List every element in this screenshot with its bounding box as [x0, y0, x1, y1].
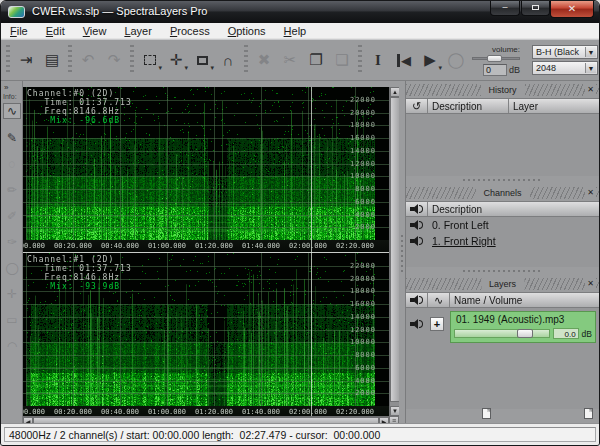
import-button[interactable]: ⇥	[14, 47, 38, 73]
delete-icon: ✖	[258, 51, 271, 69]
layers-name-column[interactable]: Name / Volume	[450, 293, 599, 307]
menu-edit[interactable]: Edit	[37, 24, 74, 38]
time-tick-label: 01:40.000	[239, 408, 283, 416]
fft-window-select[interactable]: B-H (Black▼	[532, 45, 598, 59]
chevron-down-icon[interactable]: ▼	[585, 63, 596, 73]
chevron-down-icon[interactable]: ▼	[585, 47, 596, 57]
channels-panel-title: Channels	[475, 187, 529, 199]
status-text: 48000Hz / 2 channel(s) / start: 00:00.00…	[4, 427, 596, 442]
magnet-tool-button[interactable]: ∩	[216, 47, 240, 73]
channels-panel-titlebar[interactable]: Channels ✕	[406, 187, 599, 199]
brush-tool: ✐	[2, 203, 22, 229]
channel-row-1[interactable]: 1. Front Right	[406, 233, 599, 249]
speaker-icon[interactable]	[410, 236, 424, 246]
history-close-icon[interactable]: ✕	[585, 84, 596, 96]
time-tick-label: 02:00.000	[286, 242, 330, 250]
tool-palette: » Info: ∿✎◌✏✐✑◯✛▭◠	[1, 81, 23, 423]
ellipse-tool: ◯	[2, 255, 22, 281]
menu-layer[interactable]: Layer	[115, 24, 161, 38]
layer-volume-value[interactable]: 0.0	[553, 328, 579, 339]
vertical-scrollbar[interactable]: ▲ ▼	[389, 87, 399, 416]
layers-mute-column[interactable]	[406, 293, 428, 307]
save-button[interactable]: ▤	[40, 47, 64, 73]
spectrogram-channel-1[interactable]	[23, 253, 389, 406]
history-list[interactable]	[406, 114, 599, 176]
expand-layer-button[interactable]: +	[430, 317, 444, 331]
layers-panel-titlebar[interactable]: Layers ✕	[406, 278, 599, 290]
layer-menu-button[interactable]	[584, 408, 593, 419]
toolbar-separator	[244, 45, 248, 75]
layers-close-icon[interactable]: ✕	[585, 278, 596, 290]
chevron-down-icon[interactable]: ▾	[184, 64, 188, 72]
info-label: Info:	[1, 92, 22, 102]
chevron-down-icon[interactable]: ▾	[210, 64, 214, 72]
volume-slider-thumb[interactable]	[487, 55, 502, 62]
toolbar-separator	[130, 45, 134, 75]
history-panel-titlebar[interactable]: History ✕	[406, 84, 599, 96]
paste-button: ❏	[330, 47, 354, 73]
selection-rectangle-icon	[144, 55, 156, 65]
main-toolbar: ⇥▤↶↷▾✛▾▾∩✖✂❐❏I◀▶▾◯ volume: 0 dB B-H (Bla…	[1, 39, 599, 81]
redo-icon: ↷	[108, 51, 121, 69]
channels-mute-column[interactable]	[406, 202, 428, 216]
channels-list-empty[interactable]	[406, 249, 599, 267]
title-bar[interactable]: CWER.ws.slp — SpectraLayers Pro – ✕	[1, 1, 599, 23]
menu-options[interactable]: Options	[219, 24, 275, 38]
panel-splitter[interactable]	[406, 176, 599, 184]
maximize-button[interactable]	[521, 1, 550, 16]
channels-description-column[interactable]: Description	[428, 202, 599, 216]
history-layer-column[interactable]: Layer	[509, 99, 599, 113]
play-button[interactable]: ▶▾	[418, 47, 442, 73]
layer-volume-thumb[interactable]	[517, 329, 533, 338]
panel-splitter[interactable]	[406, 267, 599, 275]
spectrogram-view: 2200020000180001600014000120001000080006…	[23, 87, 399, 425]
display-tool[interactable]: ∿	[3, 103, 21, 119]
channels-close-icon[interactable]: ✕	[585, 187, 596, 199]
menu-process[interactable]: Process	[161, 24, 219, 38]
spectrogram-channel-0[interactable]	[23, 87, 389, 240]
eraser-tool: ▭	[2, 307, 22, 333]
close-button[interactable]: ✕	[550, 1, 594, 18]
curve-tool: ◠	[2, 333, 22, 359]
layers-list-empty[interactable]	[406, 343, 599, 409]
layer-item[interactable]: 01. 1949 (Acoustic).mp30.0dB	[450, 311, 596, 343]
layer-volume-slider[interactable]: 0.0dB	[454, 328, 592, 339]
select-rectangle-button[interactable]: ▾	[138, 47, 162, 73]
splitter-grip	[463, 270, 543, 272]
menu-view[interactable]: View	[74, 24, 116, 38]
time-tick-label: 00:20.000	[51, 242, 95, 250]
copy-button[interactable]: ❐	[304, 47, 328, 73]
layers-wave-column[interactable]: ∿	[428, 293, 450, 307]
splitter-grip	[463, 179, 543, 181]
minimize-button[interactable]: –	[490, 1, 520, 16]
history-header: ↺ Description Layer	[406, 98, 599, 114]
layer-volume-track[interactable]	[454, 329, 550, 338]
channel-row-label: 1. Front Right	[432, 235, 496, 247]
skip-start-icon: ◀	[397, 54, 411, 67]
cursor-tool-button[interactable]: I	[366, 47, 390, 73]
time-axis-channel-0: 00:00.00000:20.00000:40.00001:00.00001:2…	[23, 240, 389, 252]
transform-tool-button[interactable]: ▾	[190, 47, 214, 73]
chevron-down-icon[interactable]: ▾	[158, 64, 162, 72]
speaker-icon[interactable]	[410, 220, 424, 230]
time-tick-label: 00:40.000	[98, 408, 142, 416]
fft-size-select[interactable]: 2048▼	[532, 61, 598, 75]
layer-row-0[interactable]: +01. 1949 (Acoustic).mp30.0dB	[406, 308, 599, 343]
skip-start-button[interactable]: ◀	[392, 47, 416, 73]
speaker-icon	[410, 295, 424, 305]
palette-expander-button[interactable]: »	[1, 81, 22, 92]
picker-tool[interactable]: ✎	[2, 125, 22, 151]
menu-file[interactable]: File	[1, 24, 37, 38]
history-description-column[interactable]: Description	[428, 99, 509, 113]
menu-help[interactable]: Help	[275, 24, 316, 38]
save-icon: ▤	[45, 51, 59, 69]
move-tool-button[interactable]: ✛▾	[164, 47, 188, 73]
volume-value-field[interactable]: 0	[483, 64, 507, 76]
new-layer-button[interactable]	[482, 408, 491, 419]
chevron-down-icon[interactable]: ▾	[438, 64, 442, 72]
channel-row-0[interactable]: 0. Front Left	[406, 217, 599, 233]
volume-slider[interactable]	[472, 55, 520, 62]
history-undo-column[interactable]: ↺	[406, 99, 428, 113]
speaker-icon[interactable]	[410, 319, 424, 329]
hand-tool: ✛	[2, 281, 22, 307]
